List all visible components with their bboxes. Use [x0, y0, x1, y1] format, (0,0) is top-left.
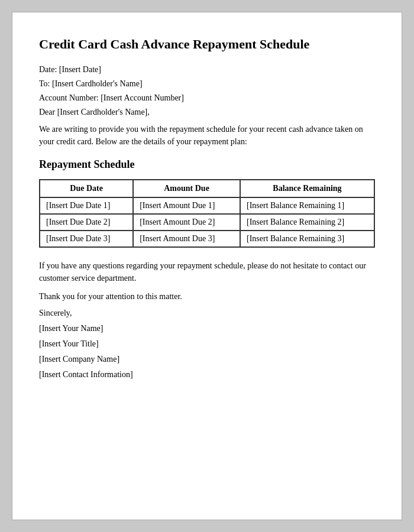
- footer-paragraph: If you have any questions regarding your…: [39, 259, 375, 284]
- account-field: Account Number: [Insert Account Number]: [39, 93, 375, 103]
- table-cell-1-0: [Insert Due Date 2]: [40, 214, 133, 231]
- table-cell-1-1: [Insert Amount Due 2]: [133, 214, 240, 231]
- document-page: Credit Card Cash Advance Repayment Sched…: [12, 12, 402, 520]
- company-placeholder: [Insert Company Name]: [39, 355, 375, 364]
- table-header-row: Due Date Amount Due Balance Remaining: [40, 180, 374, 197]
- table-cell-0-2: [Insert Balance Remaining 1]: [240, 197, 374, 214]
- table-cell-2-1: [Insert Amount Due 3]: [133, 231, 240, 247]
- date-field: Date: [Insert Date]: [39, 65, 375, 74]
- table-row: [Insert Due Date 2][Insert Amount Due 2]…: [40, 214, 374, 231]
- contact-placeholder: [Insert Contact Information]: [39, 370, 375, 379]
- table-cell-2-0: [Insert Due Date 3]: [40, 231, 133, 247]
- table-row: [Insert Due Date 3][Insert Amount Due 3]…: [40, 231, 374, 247]
- table-row: [Insert Due Date 1][Insert Amount Due 1]…: [40, 197, 374, 214]
- to-field: To: [Insert Cardholder's Name]: [39, 79, 375, 89]
- table-cell-2-2: [Insert Balance Remaining 3]: [240, 231, 374, 247]
- col-balance-remaining: Balance Remaining: [240, 180, 374, 197]
- document-title: Credit Card Cash Advance Repayment Sched…: [39, 36, 375, 53]
- table-cell-0-1: [Insert Amount Due 1]: [133, 197, 240, 214]
- table-cell-1-2: [Insert Balance Remaining 2]: [240, 214, 374, 231]
- col-amount-due: Amount Due: [133, 180, 240, 197]
- thank-you-text: Thank you for your attention to this mat…: [39, 290, 375, 303]
- title-placeholder: [Insert Your Title]: [39, 339, 375, 349]
- table-cell-0-0: [Insert Due Date 1]: [40, 197, 133, 214]
- col-due-date: Due Date: [40, 180, 133, 197]
- section-title: Repayment Schedule: [39, 158, 375, 171]
- sincerely-label: Sincerely,: [39, 309, 375, 318]
- name-placeholder: [Insert Your Name]: [39, 324, 375, 333]
- body-paragraph: We are writing to provide you with the r…: [39, 123, 375, 148]
- greeting-text: Dear [Insert Cardholder's Name],: [39, 108, 375, 117]
- repayment-table: Due Date Amount Due Balance Remaining [I…: [39, 179, 375, 248]
- signature-block: Sincerely, [Insert Your Name] [Insert Yo…: [39, 309, 375, 379]
